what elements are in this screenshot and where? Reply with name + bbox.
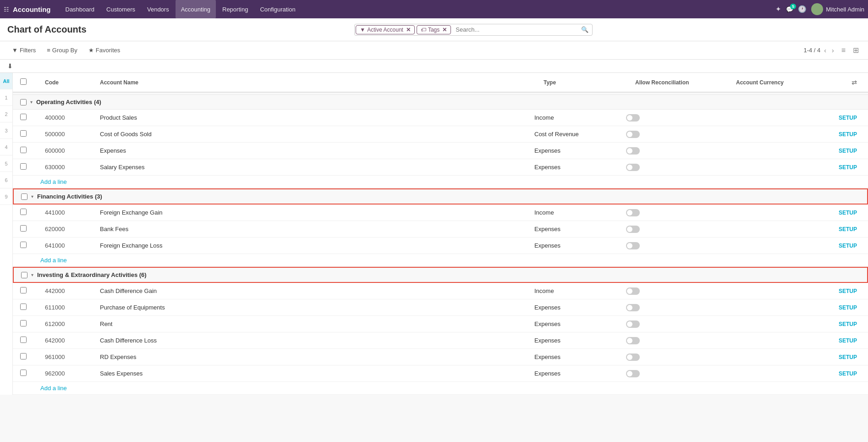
group-by-button[interactable]: ≡ Group By bbox=[42, 45, 82, 55]
setup-button[interactable]: SETUP bbox=[824, 354, 861, 360]
setup-button[interactable]: SETUP bbox=[824, 210, 861, 216]
row-checkbox-cell[interactable] bbox=[16, 114, 30, 122]
row-reconciliation[interactable] bbox=[622, 131, 723, 138]
toggle-reconciliation[interactable] bbox=[626, 164, 640, 171]
toggle-reconciliation[interactable] bbox=[626, 131, 640, 138]
nav-configuration[interactable]: Configuration bbox=[254, 0, 301, 18]
sidebar-1[interactable]: 1 bbox=[0, 89, 12, 106]
sidebar-9[interactable]: 9 bbox=[0, 188, 12, 205]
column-settings-icon[interactable]: ⇄ bbox=[852, 79, 857, 86]
sidebar-2[interactable]: 2 bbox=[0, 106, 12, 122]
setup-button[interactable]: SETUP bbox=[824, 304, 861, 311]
search-input[interactable] bbox=[452, 24, 577, 35]
row-checkbox-cell[interactable] bbox=[16, 242, 30, 249]
setup-button[interactable]: SETUP bbox=[824, 148, 861, 154]
next-page-button[interactable]: › bbox=[830, 46, 836, 55]
sidebar-5[interactable]: 5 bbox=[0, 155, 12, 172]
header-account-currency[interactable]: Account Currency bbox=[732, 77, 833, 88]
row-reconciliation[interactable] bbox=[622, 147, 723, 155]
sidebar-3[interactable]: 3 bbox=[0, 122, 12, 139]
toggle-reconciliation[interactable] bbox=[626, 226, 640, 233]
row-checkbox-cell[interactable] bbox=[16, 370, 30, 377]
row-reconciliation[interactable] bbox=[622, 287, 723, 295]
toggle-reconciliation[interactable] bbox=[626, 354, 640, 361]
row-reconciliation[interactable] bbox=[622, 209, 723, 216]
favorites-button[interactable]: ★ Favorites bbox=[84, 45, 125, 55]
row-checkbox-cell[interactable] bbox=[16, 163, 30, 171]
group-investing-checkbox[interactable] bbox=[21, 272, 27, 278]
setup-button[interactable]: SETUP bbox=[824, 115, 861, 121]
row-reconciliation[interactable] bbox=[622, 354, 723, 361]
toggle-reconciliation[interactable] bbox=[626, 370, 640, 377]
row-checkbox-cell[interactable] bbox=[16, 130, 30, 138]
row-reconciliation[interactable] bbox=[622, 320, 723, 328]
nav-accounting[interactable]: Accounting bbox=[176, 0, 216, 18]
toggle-reconciliation[interactable] bbox=[626, 320, 640, 328]
list-view-button[interactable]: ≡ bbox=[840, 45, 847, 55]
header-account-name[interactable]: Account Name bbox=[96, 77, 540, 88]
row-reconciliation[interactable] bbox=[622, 226, 723, 233]
setup-button[interactable]: SETUP bbox=[824, 337, 861, 344]
row-reconciliation[interactable] bbox=[622, 164, 723, 171]
prev-page-button[interactable]: ‹ bbox=[822, 46, 828, 55]
nav-vendors[interactable]: Vendors bbox=[142, 0, 175, 18]
add-line-operating[interactable]: Add a line bbox=[13, 176, 868, 188]
toggle-reconciliation[interactable] bbox=[626, 337, 640, 344]
active-account-close-icon[interactable]: ✕ bbox=[406, 27, 411, 33]
tags-filter-tag[interactable]: 🏷 Tags ✕ bbox=[417, 25, 451, 34]
setup-button[interactable]: SETUP bbox=[824, 243, 861, 249]
search-icon[interactable]: 🔍 bbox=[577, 24, 592, 35]
toggle-reconciliation[interactable] bbox=[626, 242, 640, 249]
tags-close-icon[interactable]: ✕ bbox=[442, 27, 447, 33]
nav-reporting[interactable]: Reporting bbox=[217, 0, 253, 18]
toggle-reconciliation[interactable] bbox=[626, 304, 640, 311]
apps-menu-icon[interactable]: ☷ bbox=[4, 6, 9, 13]
row-reconciliation[interactable] bbox=[622, 242, 723, 249]
row-checkbox-cell[interactable] bbox=[16, 287, 30, 295]
header-type[interactable]: Type bbox=[540, 77, 632, 88]
toggle-reconciliation[interactable] bbox=[626, 114, 640, 122]
row-reconciliation[interactable] bbox=[622, 114, 723, 122]
row-reconciliation[interactable] bbox=[622, 370, 723, 377]
user-menu[interactable]: Mitchell Admin bbox=[811, 3, 864, 15]
messages-badge[interactable]: 💬 5 bbox=[786, 6, 793, 13]
row-checkbox-cell[interactable] bbox=[16, 147, 30, 155]
row-checkbox-cell[interactable] bbox=[16, 320, 30, 328]
filters-button[interactable]: ▼ Filters bbox=[7, 45, 40, 55]
row-checkbox-cell[interactable] bbox=[16, 304, 30, 311]
select-all-checkbox[interactable] bbox=[20, 78, 27, 85]
sidebar-all[interactable]: All bbox=[0, 73, 12, 89]
sidebar-6[interactable]: 6 bbox=[0, 172, 12, 188]
row-reconciliation[interactable] bbox=[622, 304, 723, 311]
active-account-filter-tag[interactable]: ▼ Active Account ✕ bbox=[356, 25, 415, 34]
toggle-reconciliation[interactable] bbox=[626, 147, 640, 155]
sidebar-4[interactable]: 4 bbox=[0, 139, 12, 155]
group-financing-checkbox[interactable] bbox=[21, 193, 27, 200]
header-select-all[interactable] bbox=[16, 77, 30, 88]
setup-button[interactable]: SETUP bbox=[824, 321, 861, 327]
group-financing-activities[interactable]: ▾ Financing Activities (3) bbox=[13, 188, 868, 204]
group-operating-checkbox[interactable] bbox=[20, 99, 27, 105]
row-reconciliation[interactable] bbox=[622, 337, 723, 344]
kanban-view-button[interactable]: ⊞ bbox=[851, 45, 861, 55]
row-checkbox-cell[interactable] bbox=[16, 353, 30, 361]
download-button[interactable]: ⬇ bbox=[7, 62, 13, 70]
clock-icon[interactable]: 🕐 bbox=[798, 5, 807, 13]
row-checkbox-cell[interactable] bbox=[16, 209, 30, 216]
header-code[interactable]: Code bbox=[41, 77, 96, 88]
group-investing-activities[interactable]: ▾ Investing & Extraordinary Activities (… bbox=[13, 267, 868, 283]
toggle-reconciliation[interactable] bbox=[626, 209, 640, 216]
setup-button[interactable]: SETUP bbox=[824, 370, 861, 377]
setup-button[interactable]: SETUP bbox=[824, 131, 861, 138]
header-settings[interactable]: ⇄ bbox=[833, 77, 861, 88]
add-line-financing[interactable]: Add a line bbox=[13, 254, 868, 267]
sparkle-icon[interactable]: ✦ bbox=[775, 5, 781, 13]
setup-button[interactable]: SETUP bbox=[824, 226, 861, 232]
setup-button[interactable]: SETUP bbox=[824, 164, 861, 171]
nav-dashboard[interactable]: Dashboard bbox=[60, 0, 100, 18]
nav-customers[interactable]: Customers bbox=[101, 0, 141, 18]
add-line-investing[interactable]: Add a line bbox=[13, 382, 868, 395]
header-allow-reconciliation[interactable]: Allow Reconciliation bbox=[632, 77, 732, 88]
row-checkbox-cell[interactable] bbox=[16, 225, 30, 233]
row-checkbox-cell[interactable] bbox=[16, 337, 30, 344]
